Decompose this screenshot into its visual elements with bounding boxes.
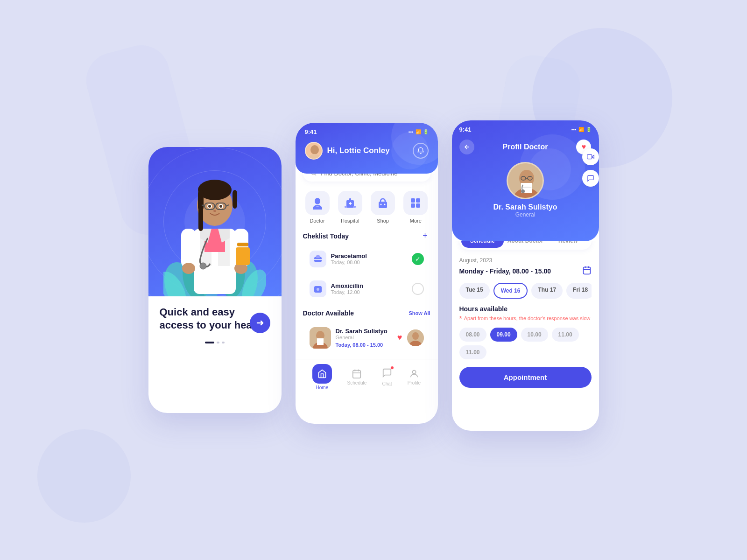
hours-title: Hours available bbox=[459, 305, 592, 313]
dates-scroll: Tue 15 Wed 16 Thu 17 Fri 18 Sa... bbox=[459, 283, 592, 299]
svg-point-38 bbox=[315, 198, 320, 204]
paracetamol-check[interactable]: ✓ bbox=[412, 253, 424, 265]
add-checklist-button[interactable]: + bbox=[420, 231, 430, 241]
svg-rect-24 bbox=[198, 198, 203, 231]
checklist-section-header: Cheklist Today + bbox=[303, 231, 430, 241]
svg-rect-49 bbox=[411, 198, 415, 203]
category-more[interactable]: More bbox=[401, 191, 430, 224]
schedule-days-text: Monday - Friday, 08.00 - 15.00 bbox=[459, 267, 551, 275]
header-circle-2 bbox=[391, 132, 429, 169]
svg-rect-79 bbox=[583, 267, 590, 274]
doctor-info: Dr. Sarah Sulistyo General Today, 08.00 … bbox=[336, 328, 393, 348]
hours-note-text: Apart from these hours, the doctor's res… bbox=[464, 315, 591, 321]
svg-point-31 bbox=[208, 205, 211, 208]
nav-profile-label: Profile bbox=[408, 380, 421, 385]
doctor-profile-center: Dr. Sarah Sulistyo General bbox=[459, 162, 592, 218]
svg-rect-54 bbox=[316, 255, 320, 258]
nav-schedule[interactable]: Schedule bbox=[347, 369, 367, 385]
dot-inactive-2 bbox=[222, 342, 225, 343]
phone1-bottom: Quick and easy access to your health bbox=[148, 296, 282, 350]
checklist-item-paracetamol[interactable]: Paracetamol Today, 08.00 ✓ bbox=[303, 246, 430, 272]
hour-0800[interactable]: 08.00 bbox=[459, 328, 486, 342]
checklist-item-amoxicillin[interactable]: Amoxicillin Today, 12.00 bbox=[303, 276, 430, 302]
category-hospital-label: Hospital bbox=[341, 218, 359, 224]
date-fri18[interactable]: Fri 18 bbox=[566, 283, 591, 299]
category-doctor[interactable]: Doctor bbox=[303, 191, 332, 224]
doctor-card[interactable]: Dr. Sarah Sulistyo General Today, 08.00 … bbox=[303, 322, 430, 354]
phone2-body: Doctor Hospital bbox=[296, 174, 438, 354]
chat-badge bbox=[390, 366, 394, 370]
svg-rect-52 bbox=[416, 203, 420, 208]
hospital-icon-box bbox=[338, 191, 362, 215]
tab-schedule[interactable]: Schedule bbox=[461, 241, 504, 248]
doctor-card-spec: General bbox=[336, 335, 393, 340]
favorite-button[interactable]: ♥ bbox=[397, 333, 402, 343]
amoxicillin-icon bbox=[310, 280, 326, 297]
phone3-battery-icon: 🔋 bbox=[586, 127, 592, 132]
date-wed16[interactable]: Wed 16 bbox=[493, 283, 528, 299]
note-bullet: * bbox=[459, 315, 462, 323]
phone1-illustration-area bbox=[148, 147, 282, 296]
hour-1100-1[interactable]: 11.00 bbox=[552, 328, 579, 342]
hour-1000[interactable]: 10.00 bbox=[521, 328, 548, 342]
phone3-status-time: 9:41 bbox=[459, 126, 472, 133]
doctor-illustration bbox=[163, 156, 266, 296]
svg-point-47 bbox=[381, 203, 382, 205]
category-shop-label: Shop bbox=[377, 218, 389, 224]
hour-0900[interactable]: 09.00 bbox=[490, 328, 517, 342]
doctor-available-section-header: Doctor Available Show All bbox=[303, 309, 430, 317]
calendar-icon[interactable] bbox=[582, 266, 592, 277]
dot-inactive-1 bbox=[217, 342, 219, 343]
search-bar[interactable] bbox=[303, 174, 430, 182]
phone1-cta-button[interactable] bbox=[250, 313, 270, 333]
bottom-nav: Home Schedule Chat bbox=[296, 359, 438, 396]
svg-point-15 bbox=[182, 263, 195, 274]
page-wrapper: Quick and easy access to your health 9:4… bbox=[0, 0, 747, 560]
side-action-buttons bbox=[582, 148, 599, 187]
nav-schedule-icon bbox=[352, 369, 362, 379]
tab-review[interactable]: Review bbox=[547, 241, 590, 248]
checklist-title: Cheklist Today bbox=[303, 232, 349, 240]
phone3-status-bar: 9:41 ▪▪▪ 📶 🔋 bbox=[459, 126, 592, 133]
svg-point-39 bbox=[313, 205, 322, 210]
nav-home-icon bbox=[312, 364, 332, 384]
amoxicillin-info: Amoxicillin Today, 12.00 bbox=[331, 282, 407, 295]
svg-point-48 bbox=[384, 203, 386, 205]
schedule-info: August, 2023 Monday - Friday, 08.00 - 15… bbox=[459, 257, 592, 277]
doctor-avatar bbox=[310, 327, 331, 349]
phone3-body: Schedule About Doctor Review August, 202… bbox=[452, 241, 599, 388]
video-call-button[interactable] bbox=[582, 148, 599, 165]
nav-profile[interactable]: Profile bbox=[408, 369, 421, 385]
doctor-icon-box bbox=[305, 191, 330, 215]
date-tue15[interactable]: Tue 15 bbox=[459, 283, 490, 299]
doctor-profile-avatar bbox=[507, 162, 544, 199]
amoxicillin-name: Amoxicillin bbox=[331, 282, 407, 289]
phone-home: 9:41 ▪▪▪ 📶 🔋 Hi, Lottie Conley bbox=[296, 123, 438, 424]
paracetamol-time: Today, 08.00 bbox=[331, 259, 407, 265]
svg-rect-61 bbox=[317, 338, 324, 345]
category-doctor-label: Doctor bbox=[310, 218, 324, 224]
tab-about-doctor[interactable]: About Doctor bbox=[504, 241, 547, 248]
svg-rect-13 bbox=[181, 229, 196, 268]
hours-section: Hours available * Apart from these hours… bbox=[459, 305, 592, 359]
schedule-month: August, 2023 bbox=[459, 257, 592, 264]
paracetamol-info: Paracetamol Today, 08.00 bbox=[331, 252, 407, 265]
greeting-text: Hi, Lottie Conley bbox=[327, 146, 390, 155]
nav-profile-icon bbox=[409, 369, 419, 379]
category-hospital[interactable]: Hospital bbox=[336, 191, 365, 224]
amoxicillin-check[interactable] bbox=[412, 283, 424, 295]
category-shop[interactable]: Shop bbox=[368, 191, 397, 224]
hours-note: * Apart from these hours, the doctor's r… bbox=[459, 315, 592, 323]
date-thu17[interactable]: Thu 17 bbox=[531, 283, 563, 299]
show-all-button[interactable]: Show All bbox=[409, 310, 430, 316]
hour-1100-2[interactable]: 11.00 bbox=[459, 345, 486, 359]
back-button[interactable] bbox=[459, 140, 474, 154]
message-button[interactable] bbox=[582, 170, 599, 187]
svg-rect-41 bbox=[349, 198, 351, 201]
search-input[interactable] bbox=[321, 174, 423, 177]
svg-rect-43 bbox=[350, 202, 351, 205]
phone3-status-icons: ▪▪▪ 📶 🔋 bbox=[571, 127, 592, 132]
nav-chat[interactable]: Chat bbox=[382, 368, 392, 386]
nav-home[interactable]: Home bbox=[312, 364, 332, 390]
appointment-button[interactable]: Appointment bbox=[459, 367, 592, 388]
